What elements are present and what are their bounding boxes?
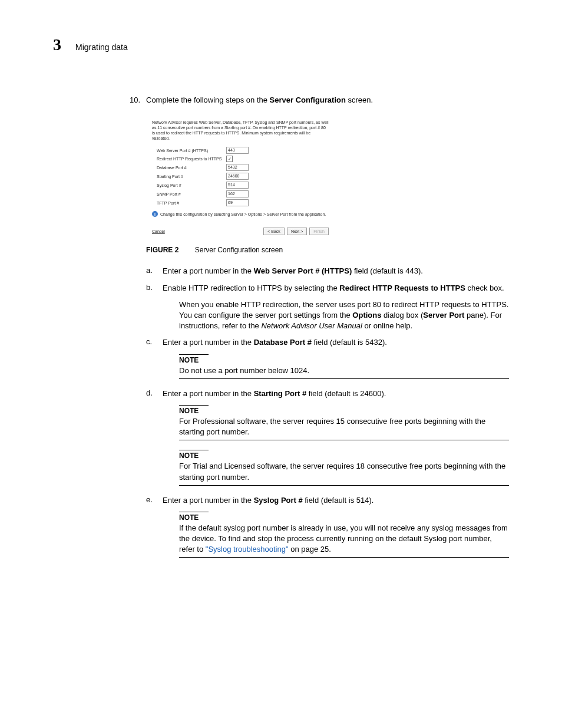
chapter-title: Migrating data <box>75 42 128 52</box>
substep-b-paragraph: When you enable HTTP redirection, the se… <box>179 299 509 332</box>
back-button[interactable]: < Back <box>263 228 285 235</box>
figure-caption-text: Server Configuration screen <box>195 246 283 254</box>
main-content: 10. Complete the following steps on the … <box>130 95 509 558</box>
field-tftp-port[interactable]: 69 <box>226 199 249 206</box>
dialog-intro-text: Network Advisor requires Web Server, Dat… <box>152 120 329 141</box>
figure-label: FIGURE 2 <box>146 246 178 254</box>
row-database-port: Database Port # 5432 <box>152 164 329 171</box>
field-starting-port[interactable]: 24600 <box>226 173 249 180</box>
label-starting-port: Starting Port # <box>152 174 226 179</box>
cancel-button[interactable]: Cancel <box>152 229 165 234</box>
substep-letter: c. <box>146 337 163 348</box>
dialog-info-row: i Change this configuration by selecting… <box>152 211 329 217</box>
field-snmp-port[interactable]: 162 <box>226 190 249 197</box>
substep-letter: e. <box>146 495 163 506</box>
note-label: NOTE <box>179 513 509 522</box>
note-body: Do not use a port number below 1024. <box>179 365 509 379</box>
substep-letter: a. <box>146 266 163 276</box>
info-icon: i <box>152 211 158 217</box>
label-web-server-port: Web Server Port # (HTTPS) <box>152 148 226 153</box>
row-snmp-port: SNMP Port # 162 <box>152 190 329 197</box>
label-tftp-port: TFTP Port # <box>152 200 226 206</box>
note-d2: NOTE For Trial and Licensed software, th… <box>179 450 509 485</box>
field-web-server-port[interactable]: 443 <box>226 147 249 154</box>
substep-b: b. Enable HTTP redirection to HTTPS by s… <box>146 283 509 294</box>
dialog-button-bar: Cancel < Back Next > Finish <box>152 228 329 235</box>
syslog-troubleshooting-link[interactable]: "Syslog troubleshooting" <box>206 545 289 554</box>
server-config-dialog: Network Advisor requires Web Server, Dat… <box>146 115 335 240</box>
figure-screenshot: Network Advisor requires Web Server, Dat… <box>146 115 509 240</box>
label-syslog-port: Syslog Port # <box>152 183 226 188</box>
note-body: If the default syslog port number is alr… <box>179 523 509 558</box>
substep-c: c. Enter a port number in the Database P… <box>146 337 509 348</box>
step-10: 10. Complete the following steps on the … <box>130 95 509 104</box>
note-label: NOTE <box>179 407 509 415</box>
label-database-port: Database Port # <box>152 165 226 170</box>
note-c: NOTE Do not use a port number below 1024… <box>179 354 509 379</box>
note-label: NOTE <box>179 452 509 460</box>
substep-letter: d. <box>146 388 163 399</box>
checkbox-redirect-https[interactable]: ✓ <box>226 156 233 162</box>
note-body: For Professional software, the server re… <box>179 416 509 440</box>
substep-d: d. Enter a port number in the Starting P… <box>146 388 509 399</box>
step-text: Complete the following steps on the Serv… <box>146 95 509 104</box>
chapter-number: 3 <box>53 35 61 54</box>
substep-a: a. Enter a port number in the Web Server… <box>146 266 509 276</box>
label-redirect-https: Redirect HTTP Requests to HTTPS <box>152 156 226 162</box>
row-tftp-port: TFTP Port # 69 <box>152 199 329 206</box>
substep-e: e. Enter a port number in the Syslog Por… <box>146 495 509 506</box>
page-header: 3 Migrating data <box>53 35 509 54</box>
dialog-info-text: Change this configuration by selecting S… <box>160 212 326 217</box>
field-database-port[interactable]: 5432 <box>226 164 249 171</box>
substep-letter: b. <box>146 283 163 294</box>
field-syslog-port[interactable]: 514 <box>226 182 249 189</box>
row-web-server-port: Web Server Port # (HTTPS) 443 <box>152 147 329 154</box>
row-redirect-https: Redirect HTTP Requests to HTTPS ✓ <box>152 156 329 162</box>
row-starting-port: Starting Port # 24600 <box>152 173 329 180</box>
label-snmp-port: SNMP Port # <box>152 192 226 197</box>
next-button[interactable]: Next > <box>287 228 307 235</box>
note-label: NOTE <box>179 356 509 364</box>
note-body: For Trial and Licensed software, the ser… <box>179 461 509 485</box>
finish-button[interactable]: Finish <box>309 228 329 235</box>
note-e: NOTE If the default syslog port number i… <box>179 512 509 558</box>
note-d1: NOTE For Professional software, the serv… <box>179 405 509 440</box>
figure-caption: FIGURE 2 Server Configuration screen <box>146 246 509 254</box>
step-number: 10. <box>130 95 146 104</box>
row-syslog-port: Syslog Port # 514 <box>152 182 329 189</box>
